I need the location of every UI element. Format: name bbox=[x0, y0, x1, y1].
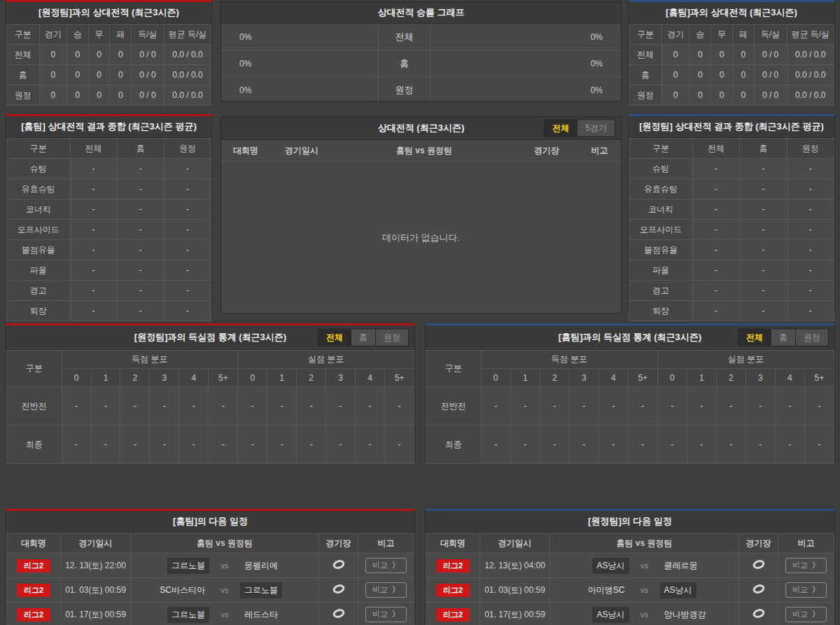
column-header: 비고 bbox=[578, 145, 621, 157]
tab-last5[interactable]: 5경기 bbox=[577, 120, 615, 136]
stat-cell: - bbox=[70, 220, 117, 240]
stadium-icon[interactable] bbox=[332, 559, 346, 572]
stat-cell: - bbox=[117, 301, 164, 321]
match-teams: SC바스티아 vs 그르노블 bbox=[131, 582, 318, 598]
stat-cell: - bbox=[787, 179, 834, 199]
stat-cell: - bbox=[628, 387, 657, 426]
stat-cell: - bbox=[740, 159, 787, 179]
row-label: 유효슈팅 bbox=[7, 179, 71, 199]
stat-cell: - bbox=[510, 426, 540, 464]
stat-cell: - bbox=[70, 179, 117, 199]
winrate-row-label: 전체 bbox=[378, 24, 430, 50]
column-header: 전체 bbox=[70, 139, 117, 159]
compare-button[interactable]: 비교〉 bbox=[785, 607, 827, 622]
score-column-header: 2 bbox=[716, 369, 746, 387]
stat-cell: - bbox=[238, 387, 267, 426]
away-schedule-table: 대회명 경기일시 홈팀 vs 원정팀 경기장 비고 리그2 12. 13(토) … bbox=[426, 533, 834, 625]
panel-goals-stats-vs-away: [원정팀]과의 득실점 통계 (최근3시즌) 전체 홈 원정 구분 득점 분포 … bbox=[6, 323, 415, 463]
stat-cell: - bbox=[540, 426, 569, 464]
stat-cell: - bbox=[716, 387, 746, 426]
stat-cell: 0 / 0 bbox=[132, 85, 164, 106]
stat-cell: - bbox=[209, 387, 238, 426]
stadium-icon[interactable] bbox=[332, 584, 346, 596]
column-header: 홈 bbox=[117, 139, 164, 159]
goals-home-tab-group: 전체 홈 원정 bbox=[738, 329, 829, 346]
table-row: 오프사이드 - - - bbox=[7, 220, 211, 240]
stat-cell: 0 bbox=[39, 85, 66, 106]
stat-cell: 0.0 / 0.0 bbox=[787, 85, 834, 106]
panel-home-next-schedule: [홈팀]의 다음 일정 대회명 경기일시 홈팀 vs 원정팀 경기장 비고 리그… bbox=[6, 509, 415, 624]
stat-cell: - bbox=[209, 426, 238, 464]
row-label: 홈 bbox=[629, 65, 662, 85]
stadium-icon[interactable] bbox=[752, 559, 766, 572]
tab-all[interactable]: 전체 bbox=[738, 330, 771, 346]
score-column-header: 1 bbox=[267, 369, 297, 387]
vs-label: vs bbox=[209, 561, 240, 570]
stat-cell: - bbox=[150, 387, 179, 426]
winrate-left-value: 0% bbox=[221, 24, 378, 50]
table-row: 유효슈팅 - - - bbox=[629, 179, 834, 199]
stadium-icon[interactable] bbox=[752, 608, 766, 621]
match-teams: 그르노블 vs 몽펠리에 bbox=[131, 558, 318, 574]
stat-cell: - bbox=[692, 260, 739, 281]
column-header: 평균 득/실 bbox=[787, 24, 834, 45]
league-badge: 리그2 bbox=[436, 584, 470, 597]
away-team-name: AS낭시 bbox=[660, 582, 696, 598]
h2h-home-table: 구분 경기 승 무 패 득/실 평균 득/실 전체 0 0 0 0 0 / 0 … bbox=[629, 24, 834, 106]
match-datetime: 01. 03(토) 00:59 bbox=[480, 578, 550, 603]
stadium-icon[interactable] bbox=[752, 584, 766, 596]
stat-cell: 0 / 0 bbox=[754, 85, 787, 106]
stadium-icon[interactable] bbox=[332, 608, 346, 621]
stat-cell: 0 / 0 bbox=[132, 45, 164, 65]
compare-button[interactable]: 비교〉 bbox=[365, 607, 407, 622]
stat-cell: - bbox=[120, 426, 150, 464]
compare-button[interactable]: 비교〉 bbox=[785, 582, 827, 598]
panel-away-next-schedule: [원정팀]의 다음 일정 대회명 경기일시 홈팀 vs 원정팀 경기장 비고 리… bbox=[425, 509, 835, 624]
stat-cell: - bbox=[62, 387, 91, 426]
stat-cell: - bbox=[787, 220, 834, 240]
compare-button[interactable]: 비교〉 bbox=[365, 582, 407, 598]
match-teams: 아미앵SC vs AS낭시 bbox=[550, 582, 738, 598]
compare-button[interactable]: 비교〉 bbox=[365, 558, 407, 573]
table-row: 홈 0 0 0 0 0 / 0 0.0 / 0.0 bbox=[7, 65, 211, 85]
row-label: 코너킥 bbox=[629, 199, 693, 220]
tab-home[interactable]: 홈 bbox=[351, 330, 375, 346]
tab-away[interactable]: 원정 bbox=[375, 330, 408, 346]
league-badge: 리그2 bbox=[436, 559, 470, 573]
row-label: 전반전 bbox=[426, 387, 482, 426]
tab-away[interactable]: 원정 bbox=[795, 330, 828, 346]
column-header: 구분 bbox=[7, 139, 71, 159]
tab-all[interactable]: 전체 bbox=[318, 330, 351, 346]
tab-all[interactable]: 전체 bbox=[545, 120, 577, 136]
goals-home-table: 구분 득점 분포 실점 분포 0 1 2 3 4 5+ 0 1 2 3 4 5+… bbox=[426, 350, 834, 464]
column-header: 승 bbox=[67, 24, 89, 45]
winrate-right-value: 0% bbox=[430, 50, 621, 76]
panel-h2h-vs-away: [원정팀]과의 상대전적 (최근3시즌) 구분 경기 승 무 패 득/실 평균 … bbox=[6, 0, 212, 104]
score-column-header: 0 bbox=[238, 369, 267, 387]
stat-cell: - bbox=[692, 159, 739, 179]
group-header-conceded: 실점 분포 bbox=[657, 351, 834, 369]
score-column-header: 5+ bbox=[804, 369, 834, 387]
stat-cell: - bbox=[267, 426, 297, 464]
column-header: 대회명 bbox=[7, 533, 61, 554]
stat-cell: - bbox=[164, 240, 211, 260]
goals-away-tab-group: 전체 홈 원정 bbox=[318, 329, 409, 346]
row-label: 오프사이드 bbox=[7, 220, 71, 240]
score-column-header: 3 bbox=[746, 369, 775, 387]
column-header: 득/실 bbox=[132, 24, 164, 45]
stat-cell: - bbox=[569, 426, 598, 464]
compare-button[interactable]: 비교〉 bbox=[785, 558, 827, 573]
h2h-list-tab-group: 전체 5경기 bbox=[544, 120, 615, 137]
stat-cell: 0 bbox=[711, 45, 733, 65]
table-row: 전반전 - - - - - - - - - - - - bbox=[7, 387, 414, 426]
row-label: 파울 bbox=[7, 260, 71, 281]
column-header: 패 bbox=[732, 24, 754, 45]
vs-label: vs bbox=[629, 610, 660, 619]
column-header: 비고 bbox=[358, 533, 414, 554]
home-summary-table: 구분 전체 홈 원정 슈팅 - - - 유효슈팅 - - - 코너킥 - - -… bbox=[6, 138, 211, 321]
tab-home[interactable]: 홈 bbox=[771, 330, 795, 346]
column-header: 평균 득/실 bbox=[164, 24, 211, 45]
score-column-header: 5+ bbox=[628, 369, 657, 387]
panel-home-result-summary: [홈팀] 상대전적 결과 종합 (최근3시즌 평균) 구분 전체 홈 원정 슈팅… bbox=[6, 114, 212, 314]
winrate-row: 0% 홈 0% bbox=[221, 50, 621, 77]
